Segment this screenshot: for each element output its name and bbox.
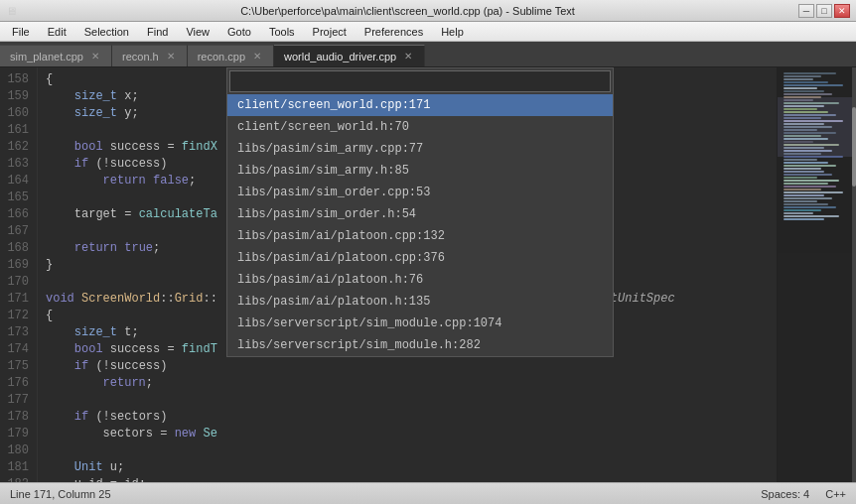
ac-item-8[interactable]: libs/pasim/ai/platoon.h:76 bbox=[227, 269, 613, 291]
menu-preferences[interactable]: Preferences bbox=[357, 24, 431, 40]
code-line-178: if (!sectors) bbox=[46, 409, 769, 426]
menu-selection[interactable]: Selection bbox=[76, 24, 137, 40]
tab-recon-h[interactable]: recon.h ✕ bbox=[112, 45, 188, 66]
minimap-viewport-highlight bbox=[778, 97, 856, 157]
ac-item-0[interactable]: client/screen_world.cpp:171 bbox=[227, 94, 613, 116]
tab-close-recon-h[interactable]: ✕ bbox=[165, 51, 177, 63]
code-line-181: Unit u; bbox=[46, 459, 769, 476]
ac-item-11[interactable]: libs/serverscript/sim_module.h:282 bbox=[227, 334, 613, 356]
tab-close-sim-planet[interactable]: ✕ bbox=[89, 51, 101, 63]
ac-item-1[interactable]: client/screen_world.h:70 bbox=[227, 116, 613, 138]
menu-project[interactable]: Project bbox=[305, 24, 355, 40]
ac-item-9[interactable]: libs/pasim/ai/platoon.h:135 bbox=[227, 291, 613, 313]
window-controls: ─ □ ✕ bbox=[798, 4, 850, 18]
tab-label: world_audio_driver.cpp bbox=[284, 51, 396, 63]
minimize-button[interactable]: ─ bbox=[798, 4, 814, 18]
status-spaces[interactable]: Spaces: 4 bbox=[761, 488, 809, 500]
ac-item-10[interactable]: libs/serverscript/sim_module.cpp:1074 bbox=[227, 313, 613, 334]
menu-edit[interactable]: Edit bbox=[40, 24, 74, 40]
code-line-179: sectors = new Se bbox=[46, 426, 769, 442]
main-area: 158 159 160 161 162 163 164 165 166 167 … bbox=[0, 67, 856, 482]
status-bar: Line 171, Column 25 Spaces: 4 C++ bbox=[0, 482, 856, 504]
tab-recon-cpp[interactable]: recon.cpp ✕ bbox=[188, 45, 274, 66]
status-syntax[interactable]: C++ bbox=[825, 488, 846, 500]
minimap[interactable] bbox=[777, 67, 856, 482]
code-line-180 bbox=[46, 442, 769, 459]
status-right: Spaces: 4 C++ bbox=[761, 488, 846, 500]
menu-view[interactable]: View bbox=[178, 24, 217, 40]
menu-help[interactable]: Help bbox=[433, 24, 472, 40]
menu-goto[interactable]: Goto bbox=[219, 24, 259, 40]
autocomplete-input[interactable] bbox=[229, 70, 611, 92]
tab-close-world-audio[interactable]: ✕ bbox=[402, 51, 414, 63]
close-button[interactable]: ✕ bbox=[834, 4, 850, 18]
ac-item-7[interactable]: libs/pasim/ai/platoon.cpp:376 bbox=[227, 247, 613, 269]
tab-bar: sim_planet.cpp ✕ recon.h ✕ recon.cpp ✕ w… bbox=[0, 42, 856, 67]
ac-item-5[interactable]: libs/pasim/sim_order.h:54 bbox=[227, 203, 613, 225]
code-line-182: u.id = id; bbox=[46, 476, 769, 482]
ac-item-4[interactable]: libs/pasim/sim_order.cpp:53 bbox=[227, 182, 613, 203]
code-line-177 bbox=[46, 392, 769, 409]
code-editor[interactable]: 158 159 160 161 162 163 164 165 166 167 … bbox=[0, 67, 777, 482]
ac-item-2[interactable]: libs/pasim/sim_army.cpp:77 bbox=[227, 138, 613, 160]
minimap-scrollbar-thumb[interactable] bbox=[852, 107, 856, 187]
line-numbers: 158 159 160 161 162 163 164 165 166 167 … bbox=[0, 67, 38, 482]
title-text: C:\Uber\perforce\pa\main\client\screen_w… bbox=[17, 5, 798, 17]
autocomplete-panel[interactable]: client/screen_world.cpp:171 client/scree… bbox=[226, 67, 614, 357]
tab-label: sim_planet.cpp bbox=[10, 51, 83, 63]
title-bar-icon: 🖥 bbox=[6, 5, 17, 17]
ac-item-3[interactable]: libs/pasim/sim_army.h:85 bbox=[227, 160, 613, 182]
menu-find[interactable]: Find bbox=[139, 24, 176, 40]
menu-bar: File Edit Selection Find View Goto Tools… bbox=[0, 22, 856, 42]
tab-close-recon-cpp[interactable]: ✕ bbox=[251, 51, 263, 63]
code-line-176: return; bbox=[46, 375, 769, 392]
menu-tools[interactable]: Tools bbox=[261, 24, 303, 40]
menu-file[interactable]: File bbox=[4, 24, 38, 40]
tab-label: recon.cpp bbox=[198, 51, 245, 63]
code-line-175: if (!success) bbox=[46, 358, 769, 375]
minimap-scrollbar[interactable] bbox=[852, 67, 856, 482]
tab-world-audio[interactable]: world_audio_driver.cpp ✕ bbox=[274, 45, 425, 66]
ac-item-6[interactable]: libs/pasim/ai/platoon.cpp:132 bbox=[227, 225, 613, 247]
status-position: Line 171, Column 25 bbox=[10, 488, 111, 500]
tab-label: recon.h bbox=[122, 51, 159, 63]
title-bar: 🖥 C:\Uber\perforce\pa\main\client\screen… bbox=[0, 0, 856, 22]
maximize-button[interactable]: □ bbox=[816, 4, 832, 18]
tab-sim-planet[interactable]: sim_planet.cpp ✕ bbox=[0, 45, 112, 66]
